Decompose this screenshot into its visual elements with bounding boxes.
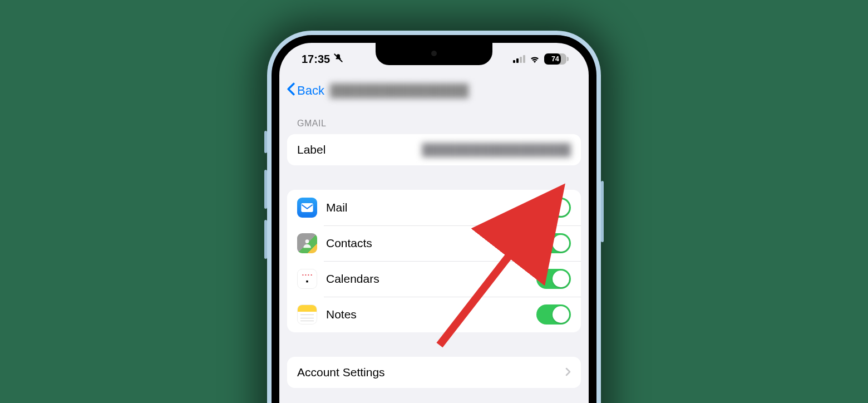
label-value-blurred: ██████████████████ xyxy=(326,143,571,156)
status-right: 74 xyxy=(513,53,566,66)
mail-icon xyxy=(297,198,317,218)
account-settings-label: Account Settings xyxy=(297,366,385,379)
notch xyxy=(376,43,492,65)
chevron-left-icon xyxy=(286,82,296,99)
account-settings-row[interactable]: Account Settings xyxy=(287,357,581,388)
wifi-icon xyxy=(529,53,540,66)
notes-row: Notes xyxy=(287,297,581,332)
power-button xyxy=(601,181,604,242)
contacts-label: Contacts xyxy=(326,237,372,250)
notes-label: Notes xyxy=(326,308,357,321)
svg-point-1 xyxy=(305,239,309,243)
cellular-icon xyxy=(513,55,525,63)
back-label: Back xyxy=(297,83,324,98)
nav-bar: Back ████████████████ xyxy=(279,75,589,106)
notes-toggle[interactable] xyxy=(536,304,571,325)
volume-up-button xyxy=(264,170,267,209)
mail-label: Mail xyxy=(326,201,348,214)
status-time: 17:35 xyxy=(302,53,330,66)
calendars-row: • • • • ▪ Calendars xyxy=(287,261,581,297)
phone-bezel: 17:35 74 xyxy=(272,35,596,403)
label-title: Label xyxy=(297,143,326,156)
back-button[interactable]: Back xyxy=(286,82,324,99)
status-left: 17:35 xyxy=(302,53,343,66)
svg-rect-0 xyxy=(302,204,313,212)
silent-icon xyxy=(333,53,343,66)
notes-icon xyxy=(297,304,317,325)
contacts-row: Contacts xyxy=(287,225,581,261)
content: GMAIL Label ██████████████████ Mail xyxy=(279,106,589,388)
label-row[interactable]: Label ██████████████████ xyxy=(287,134,581,165)
calendars-toggle[interactable] xyxy=(536,269,571,289)
phone-frame: 17:35 74 xyxy=(267,31,601,403)
nav-title-blurred: ████████████████ xyxy=(324,83,582,98)
calendar-icon: • • • • ▪ xyxy=(297,269,317,289)
mail-toggle[interactable] xyxy=(536,198,571,218)
contacts-icon xyxy=(297,233,317,253)
screen: 17:35 74 xyxy=(279,43,589,403)
section-header-gmail: GMAIL xyxy=(287,119,581,134)
volume-down-button xyxy=(264,220,267,259)
group-account-settings: Account Settings xyxy=(287,357,581,388)
battery-icon: 74 xyxy=(544,53,566,65)
calendars-label: Calendars xyxy=(326,272,379,286)
group-label: Label ██████████████████ xyxy=(287,134,581,165)
contacts-toggle[interactable] xyxy=(536,233,571,253)
mail-row: Mail xyxy=(287,190,581,225)
mute-switch xyxy=(264,131,267,153)
chevron-right-icon xyxy=(562,366,571,379)
group-services: Mail Contacts • • • • ▪ xyxy=(287,190,581,332)
